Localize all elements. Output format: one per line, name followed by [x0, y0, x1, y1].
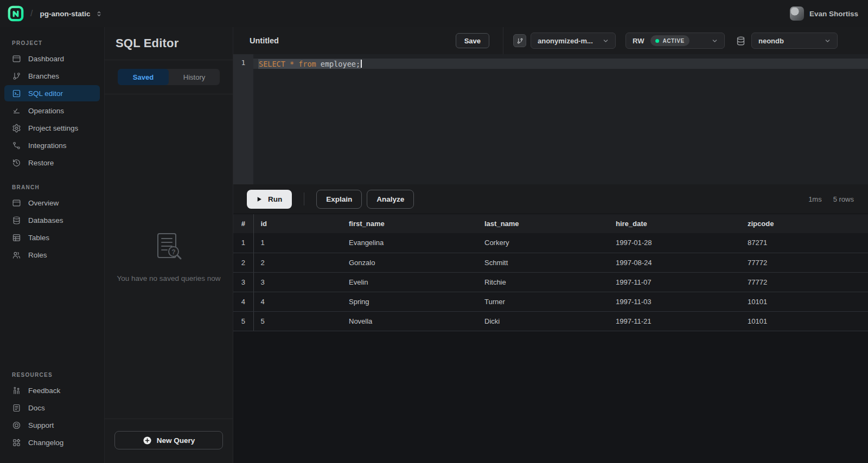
topbar: / pg-anon-static Evan Shortiss — [0, 0, 868, 27]
dashboard-icon — [12, 54, 21, 63]
queries-panel: SQL Editor SavedHistory ? You have no sa… — [105, 27, 233, 463]
branch-selector[interactable]: anonymized-m... — [531, 33, 616, 49]
row-number-cell: 1 — [233, 233, 253, 253]
column-header-zipcode: zipcode — [741, 214, 868, 233]
table-cell: Gonzalo — [342, 253, 477, 272]
chevron-down-icon — [824, 37, 832, 45]
chevrons-up-down-icon[interactable] — [95, 10, 103, 18]
table-cell: 1997-11-03 — [609, 292, 741, 311]
chevron-down-icon — [602, 37, 610, 45]
table-row[interactable]: 44SpringTurner1997-11-0310101 — [233, 292, 868, 311]
sql-editor-area[interactable]: 1 SELECT * from employee; — [233, 54, 868, 184]
sql-token-plain — [285, 60, 290, 68]
branches-icon — [12, 72, 21, 81]
sidebar-item-tables[interactable]: Tables — [4, 229, 100, 246]
sidebar-item-branches[interactable]: Branches — [4, 68, 100, 84]
database-selector[interactable]: neondb — [751, 33, 838, 49]
sidebar-item-project-settings[interactable]: Project settings — [4, 120, 100, 136]
tab-saved[interactable]: Saved — [118, 69, 169, 85]
results-table: #idfirst_namelast_namehire_datezipcode 1… — [233, 214, 868, 331]
sidebar-item-support[interactable]: Support — [4, 417, 100, 433]
table-cell: Novella — [342, 311, 477, 331]
table-row[interactable]: 22GonzaloSchmitt1997-08-2477772 — [233, 253, 868, 272]
analyze-button[interactable]: Analyze — [367, 190, 414, 209]
sidebar-item-label: Overview — [28, 199, 59, 207]
sidebar-item-integrations[interactable]: Integrations — [4, 137, 100, 153]
sidebar-item-label: Restore — [28, 159, 54, 167]
results-body: 11EvangelinaCorkery1997-01-288727122Gonz… — [233, 233, 868, 331]
sidebar-item-label: Docs — [28, 404, 45, 412]
app-window: / pg-anon-static Evan Shortiss PROJECTDa… — [0, 0, 868, 463]
table-row[interactable]: 11EvangelinaCorkery1997-01-2887271 — [233, 233, 868, 253]
table-cell: Spring — [342, 292, 477, 311]
saved-queries-empty-state: ? You have no saved queries now — [105, 94, 233, 419]
query-row-count: 5 rows — [833, 195, 854, 203]
sidebar-item-label: Operations — [28, 107, 64, 115]
branch-icon — [516, 37, 524, 44]
database-selector-value: neondb — [758, 37, 784, 45]
query-title[interactable]: Untitled — [250, 36, 456, 45]
breadcrumb-separator: / — [30, 9, 33, 18]
feedback-icon — [12, 386, 21, 395]
sidebar-item-overview[interactable]: Overview — [4, 195, 100, 211]
table-cell: 1997-11-07 — [609, 272, 741, 292]
table-cell: Corkery — [477, 233, 609, 253]
table-cell: 1997-08-24 — [609, 253, 741, 272]
table-cell: 1 — [253, 233, 342, 253]
settings-icon — [12, 124, 21, 133]
table-cell: Schmitt — [477, 253, 609, 272]
support-icon — [12, 421, 21, 430]
sidebar: PROJECTDashboardBranchesSQL editorOperat… — [0, 27, 105, 463]
sql-token-keyword: from — [298, 60, 316, 68]
table-cell: Turner — [477, 292, 609, 311]
explain-button[interactable]: Explain — [316, 190, 362, 209]
user-name: Evan Shortiss — [809, 10, 858, 18]
empty-queries-icon: ? — [151, 231, 187, 266]
play-icon — [255, 195, 263, 203]
sidebar-item-docs[interactable]: Docs — [4, 400, 100, 416]
shell: PROJECTDashboardBranchesSQL editorOperat… — [0, 27, 868, 463]
new-query-button[interactable]: New Query — [114, 431, 223, 449]
tables-icon — [12, 233, 21, 242]
editor-header-left: Untitled Save — [233, 27, 503, 54]
sidebar-item-changelog[interactable]: Changelog — [4, 434, 100, 451]
results-area: #idfirst_namelast_namehire_datezipcode 1… — [233, 214, 868, 463]
save-button[interactable]: Save — [456, 33, 489, 48]
sidebar-item-dashboard[interactable]: Dashboard — [4, 50, 100, 67]
plus-circle-icon — [143, 436, 152, 445]
main-content: Untitled Save anonymized-m... RW — [233, 27, 868, 463]
sidebar-item-restore[interactable]: Restore — [4, 155, 100, 171]
neon-logo-icon[interactable] — [8, 5, 24, 22]
row-number-cell: 4 — [233, 292, 253, 311]
sql-token-plain: employee; — [321, 60, 360, 68]
tab-history[interactable]: History — [169, 69, 220, 85]
column-header-row-number: # — [233, 214, 253, 233]
sidebar-item-label: Project settings — [28, 124, 78, 132]
breadcrumb-project-name[interactable]: pg-anon-static — [40, 10, 90, 18]
branch-action-button[interactable] — [513, 34, 526, 47]
sidebar-item-feedback[interactable]: Feedback — [4, 382, 100, 398]
database-icon — [736, 36, 746, 46]
table-row[interactable]: 55NovellaDicki1997-11-2110101 — [233, 311, 868, 331]
table-row[interactable]: 33EvelinRitchie1997-11-0777772 — [233, 272, 868, 292]
sidebar-section-project: PROJECTDashboardBranchesSQL editorOperat… — [0, 40, 104, 171]
sidebar-item-label: Changelog — [28, 439, 63, 447]
code-editor[interactable]: SELECT * from employee; — [253, 54, 868, 184]
compute-selector[interactable]: RW ACTIVE — [626, 33, 725, 49]
sidebar-item-roles[interactable]: Roles — [4, 247, 100, 263]
sidebar-item-label: Tables — [28, 234, 49, 242]
user-menu[interactable]: Evan Shortiss — [790, 7, 858, 21]
sidebar-item-sql-editor[interactable]: SQL editor — [4, 85, 100, 101]
page-title: SQL Editor — [116, 36, 179, 50]
chevron-down-icon — [711, 37, 719, 45]
table-cell: 77772 — [741, 272, 868, 292]
restore-icon — [12, 158, 21, 168]
branch-selector-value: anonymized-m... — [538, 37, 593, 45]
table-cell: Ritchie — [477, 272, 609, 292]
sidebar-item-operations[interactable]: Operations — [4, 102, 100, 119]
sidebar-item-databases[interactable]: Databases — [4, 212, 100, 228]
column-header-last-name: last_name — [477, 214, 609, 233]
code-line: SELECT * from employee; — [253, 59, 868, 69]
run-button[interactable]: Run — [247, 190, 292, 209]
operations-icon — [12, 106, 21, 115]
